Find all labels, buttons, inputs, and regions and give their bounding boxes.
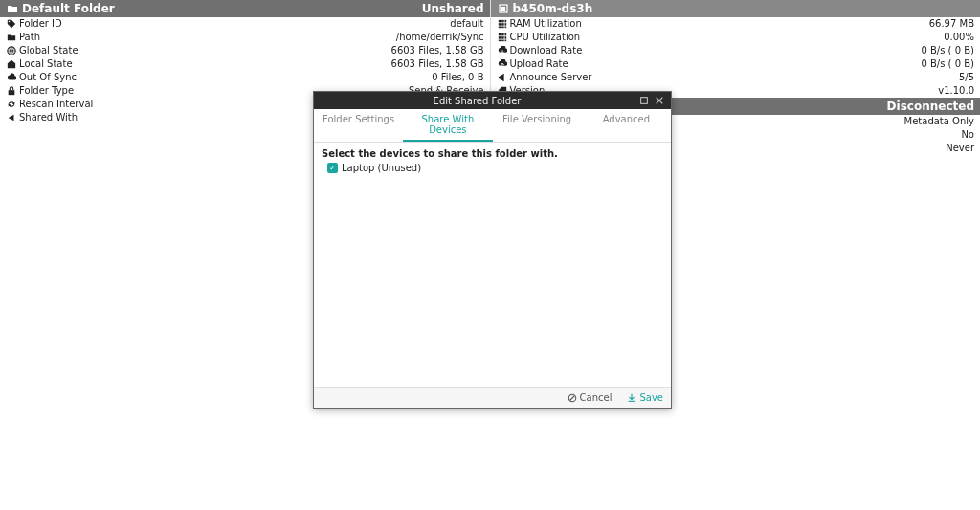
lock-icon — [6, 84, 17, 98]
modal-title-text: Edit Shared Folder — [320, 96, 635, 106]
checkbox-icon[interactable]: ✓ — [327, 163, 338, 173]
cloud-icon — [6, 71, 17, 84]
grid-icon — [497, 17, 508, 31]
tag-icon — [6, 17, 17, 31]
folder-detail-label: Folder Type — [19, 84, 74, 98]
folder-icon — [6, 31, 17, 44]
folder-detail-value: default — [450, 17, 483, 31]
device1-stat-value: v1.10.0 — [938, 84, 974, 98]
grid-icon — [497, 31, 508, 44]
device1-stat-label: Download Rate — [510, 44, 583, 57]
device2-status: Disconnected — [887, 100, 974, 113]
device2-stat-value: Metadata Only — [904, 115, 974, 128]
cloud-up-icon — [497, 57, 508, 71]
edit-shared-folder-modal: Edit Shared Folder Folder SettingsShare … — [313, 91, 672, 409]
device1-stat-value: 0.00% — [944, 31, 974, 44]
tab-folder-settings[interactable]: Folder Settings — [314, 109, 403, 142]
device1-stat-row: CPU Utilization0.00% — [491, 31, 981, 44]
folder-detail-value: 6603 Files, 1.58 GB — [391, 57, 484, 71]
device1-stat-row: RAM Utilization66.97 MB — [491, 17, 981, 31]
folder-detail-label: Rescan Interval — [19, 98, 93, 111]
folder-detail-value: /home/derrik/Sync — [396, 31, 484, 44]
folder-title: Default Folder — [22, 2, 115, 15]
folder-detail-row: Path/home/derrik/Sync — [0, 31, 490, 44]
folder-detail-row: Global State6603 Files, 1.58 GB — [0, 44, 490, 57]
tab-advanced[interactable]: Advanced — [582, 109, 671, 142]
globe-icon — [6, 44, 17, 57]
modal-titlebar[interactable]: Edit Shared Folder — [314, 92, 671, 109]
device1-stat-row: Announce Server5/5 — [491, 71, 981, 84]
device1-stat-value: 0 B/s ( 0 B) — [921, 57, 974, 71]
bullhorn-icon — [497, 71, 508, 84]
folder-detail-label: Shared With — [19, 111, 78, 124]
folder-panel-header[interactable]: Default Folder Unshared — [0, 0, 490, 17]
device1-stat-row: Download Rate0 B/s ( 0 B) — [491, 44, 981, 57]
cancel-label: Cancel — [580, 392, 612, 403]
device1-header[interactable]: b450m-ds3h — [491, 0, 981, 17]
device1-stat-label: Upload Rate — [510, 57, 568, 71]
device-share-row[interactable]: ✓Laptop (Unused) — [327, 163, 663, 173]
device1-stat-label: RAM Utilization — [510, 17, 582, 31]
folder-detail-label: Out Of Sync — [19, 71, 77, 84]
device1-stat-value: 66.97 MB — [929, 17, 974, 31]
share-prompt: Select the devices to share this folder … — [322, 148, 663, 159]
folder-detail-label: Path — [19, 31, 40, 44]
device2-stat-value: No — [961, 128, 974, 142]
cancel-icon — [568, 393, 577, 403]
folder-detail-row: Local State6603 Files, 1.58 GB — [0, 57, 490, 71]
save-label: Save — [639, 392, 663, 403]
tab-share-with-devices[interactable]: Share With Devices — [403, 109, 492, 142]
device-share-label: Laptop (Unused) — [342, 163, 421, 173]
folder-detail-label: Global State — [19, 44, 78, 57]
tab-file-versioning[interactable]: File Versioning — [493, 109, 582, 142]
cancel-button[interactable]: Cancel — [568, 392, 612, 403]
device1-stat-label: Announce Server — [510, 71, 592, 84]
maximize-button[interactable] — [638, 95, 650, 106]
device1-stat-value: 0 B/s ( 0 B) — [921, 44, 974, 57]
cloud-down-icon — [497, 44, 508, 57]
save-icon — [627, 393, 636, 403]
refresh-icon — [6, 98, 17, 111]
folder-detail-row: Folder IDdefault — [0, 17, 490, 31]
device1-stat-value: 5/5 — [959, 71, 974, 84]
device1-stat-row: Upload Rate0 B/s ( 0 B) — [491, 57, 981, 71]
home-icon — [6, 57, 17, 71]
folder-detail-label: Local State — [19, 57, 73, 71]
folder-detail-label: Folder ID — [19, 17, 62, 31]
device1-title: b450m-ds3h — [513, 2, 593, 15]
folder-detail-value: 0 Files, 0 B — [432, 71, 483, 84]
folder-detail-value: 6603 Files, 1.58 GB — [391, 44, 484, 57]
device2-stat-value: Never — [946, 142, 974, 155]
folder-detail-row: Out Of Sync0 Files, 0 B — [0, 71, 490, 84]
save-button[interactable]: Save — [627, 392, 663, 403]
folder-status: Unshared — [422, 2, 484, 15]
chip-icon — [497, 3, 510, 14]
close-button[interactable] — [654, 95, 665, 106]
folder-icon — [6, 3, 19, 14]
share-icon — [6, 111, 17, 124]
device1-stat-label: CPU Utilization — [510, 31, 581, 44]
